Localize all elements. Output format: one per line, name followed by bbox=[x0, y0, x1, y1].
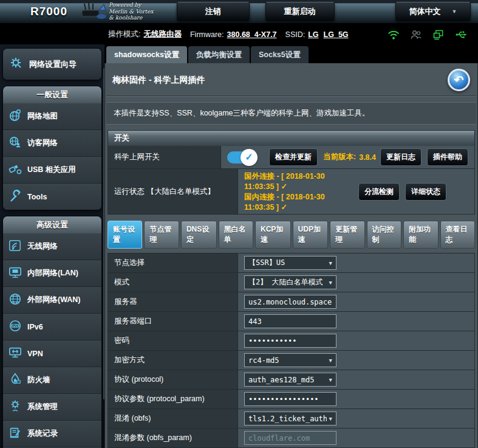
admin-gear-icon bbox=[9, 399, 22, 415]
back-button[interactable]: ↶ bbox=[448, 69, 470, 91]
sidebar-item-quick-setup[interactable]: 网络设置向导 bbox=[3, 49, 101, 80]
ssid-link-1[interactable]: LG bbox=[308, 30, 318, 39]
wireless-icon bbox=[9, 239, 22, 254]
obfs-param-label: 混淆参数 (obfs_param) bbox=[108, 429, 238, 447]
logout-button[interactable]: 注销 bbox=[177, 2, 250, 21]
sidebar-item-ipv6[interactable]: IPV6 IPv6 bbox=[3, 313, 101, 340]
subtab-nodes[interactable]: 节点管理 bbox=[144, 221, 179, 249]
router-admin-screen: R7000 Powered by Merlin & Vortex & kools… bbox=[0, 0, 478, 448]
sidebar-item-label: 防火墙 bbox=[27, 375, 50, 385]
firewall-icon bbox=[9, 373, 22, 388]
sidebar-item-tools[interactable]: Tools bbox=[3, 183, 101, 210]
switch-section-header: 开关 bbox=[108, 130, 475, 146]
sidebar-section-general: 一般设置 bbox=[3, 86, 101, 103]
password-input[interactable] bbox=[244, 334, 336, 348]
server-label: 服务器 bbox=[108, 292, 238, 311]
ssid-link-2[interactable]: LG_5G bbox=[324, 30, 349, 39]
sidebar-item-system-log[interactable]: 系统记录 bbox=[3, 420, 101, 447]
back-arrow-icon: ↶ bbox=[454, 73, 464, 87]
subtab-access-control[interactable]: 访问控制 bbox=[367, 221, 401, 249]
node-select-label: 节点选择 bbox=[108, 253, 238, 272]
obfs-label: 混淆 (obfs) bbox=[108, 409, 238, 428]
server-port-input[interactable] bbox=[244, 314, 336, 328]
subtab-extras[interactable]: 附加功能 bbox=[403, 221, 438, 249]
obfs-param-input[interactable] bbox=[244, 431, 336, 445]
detail-status-button[interactable]: 详细状态 bbox=[405, 183, 446, 201]
wifi-status-icon[interactable] bbox=[388, 29, 400, 40]
sidebar-item-lan[interactable]: 内部网络(LAN) bbox=[3, 260, 101, 286]
sidebar: 网络设置向导 一般设置 网络地图 bbox=[0, 44, 104, 448]
sidebar-item-wan[interactable]: 外部网络(WAN) bbox=[3, 286, 101, 313]
subtab-udp[interactable]: UDP加速 bbox=[293, 221, 329, 249]
table-row: 服务器 bbox=[108, 292, 475, 312]
subtab-blackwhite-list[interactable]: 黑白名单 bbox=[219, 221, 253, 249]
status-foreign: 国外连接 - [ 2018-01-30 11:03:35 ] ✓ bbox=[244, 171, 353, 191]
wrench-icon bbox=[9, 189, 22, 204]
sidebar-item-vpn[interactable]: VPN bbox=[3, 340, 101, 367]
check-update-button[interactable]: 检查并更新 bbox=[269, 148, 318, 166]
subtab-logs[interactable]: 查看日志 bbox=[440, 221, 475, 249]
firmware-link[interactable]: 380.68_4-X7.7 bbox=[227, 30, 277, 39]
reboot-button[interactable]: 重新启动 bbox=[265, 2, 335, 21]
subtab-kcp[interactable]: KCP加速 bbox=[255, 221, 291, 249]
current-version-label: 当前版本: bbox=[323, 152, 356, 162]
node-select[interactable]: 【SSR】US ▼ bbox=[244, 256, 336, 270]
switch-row-label: 科学上网开关 bbox=[108, 146, 221, 168]
protocol-select[interactable]: auth_aes128_md5 ▼ bbox=[244, 373, 336, 387]
table-row: 模式 【2】 大陆白名单模式 ▼ bbox=[108, 273, 475, 292]
usb-apps-icon bbox=[9, 162, 22, 177]
subtab-dns[interactable]: DNS设定 bbox=[181, 221, 217, 249]
subtab-update[interactable]: 更新管理 bbox=[330, 221, 364, 249]
sidebar-item-label: USB 相关应用 bbox=[27, 165, 76, 175]
page-title: 梅林固件 - 科学上网插件 bbox=[112, 75, 205, 86]
tab-load-balance[interactable]: 负载均衡设置 bbox=[188, 46, 250, 63]
divider bbox=[106, 95, 476, 97]
sidebar-item-label: VPN bbox=[27, 350, 43, 358]
current-version-value: 3.8.4 bbox=[359, 153, 376, 162]
subtab-account[interactable]: 账号设置 bbox=[108, 221, 142, 249]
sidebar-item-usb-apps[interactable]: USB 相关应用 bbox=[3, 156, 101, 183]
sidebar-item-firewall[interactable]: 防火墙 bbox=[3, 367, 101, 393]
sidebar-item-administration[interactable]: 系统管理 bbox=[3, 393, 101, 420]
table-row: 密码 bbox=[108, 331, 475, 351]
sidebar-item-wireless[interactable]: 无线网络 bbox=[3, 233, 101, 260]
obfs-select[interactable]: tls1.2_ticket_auth ▼ bbox=[244, 412, 336, 426]
mode-select[interactable]: 【2】 大陆白名单模式 ▼ bbox=[244, 275, 336, 289]
protocol-param-label: 协议参数 (protocol_param) bbox=[108, 390, 238, 408]
protocol-param-input[interactable] bbox=[244, 392, 336, 406]
tab-shadowsocks[interactable]: shadowsocks设置 bbox=[106, 46, 187, 63]
table-row: 科学上网开关 ✓ 检查并更新 当前版本: 3.8.4 更新日志 插件帮助 bbox=[108, 146, 475, 169]
sidebar-item-network-map[interactable]: 网络地图 bbox=[3, 103, 101, 129]
traffic-check-button[interactable]: 分流检测 bbox=[358, 183, 400, 201]
changelog-button[interactable]: 更新日志 bbox=[380, 148, 422, 166]
encrypt-method-label: 加密方式 bbox=[108, 351, 238, 370]
server-input[interactable] bbox=[244, 295, 336, 309]
router-logo-icon bbox=[81, 2, 106, 21]
info-bar: 操作模式: 无线路由器 Firmware: 380.68_4-X7.7 SSID… bbox=[0, 24, 478, 44]
firmware-label: Firmware: bbox=[190, 30, 224, 39]
encrypt-method-select[interactable]: rc4-md5 ▼ bbox=[244, 353, 336, 367]
account-form: 节点选择 【SSR】US ▼ 模式 【2】 大陆白名单模式 ▼ bbox=[108, 253, 475, 448]
chevron-down-icon: ▼ bbox=[452, 9, 457, 15]
sidebar-section-advanced: 高级设置 bbox=[3, 216, 101, 233]
ssid-label: SSID: bbox=[285, 30, 306, 39]
wan-icon bbox=[9, 292, 22, 308]
sidebar-item-guest-network[interactable]: 访客网络 bbox=[3, 129, 101, 156]
usb-icon[interactable] bbox=[455, 30, 468, 40]
language-dropdown[interactable]: 简体中文 ▼ bbox=[395, 2, 471, 21]
op-mode-link[interactable]: 无线路由器 bbox=[143, 29, 182, 40]
tab-socks5[interactable]: Socks5设置 bbox=[251, 46, 309, 63]
protocol-label: 协议 (protocol) bbox=[108, 370, 238, 389]
table-row: 协议 (protocol) auth_aes128_md5 ▼ bbox=[108, 370, 475, 390]
chevron-down-icon: ▼ bbox=[329, 357, 332, 364]
ipv6-icon: IPV6 bbox=[9, 319, 22, 334]
plugin-help-button[interactable]: 插件帮助 bbox=[427, 148, 468, 166]
main-switch-toggle[interactable]: ✓ bbox=[227, 151, 255, 164]
run-status-lines: 国外连接 - [ 2018-01-30 11:03:35 ] ✓ 国内连接 - … bbox=[244, 171, 353, 212]
table-row: 节点选择 【SSR】US ▼ bbox=[108, 253, 475, 273]
clients-icon[interactable] bbox=[410, 29, 422, 40]
tab-bar: shadowsocks设置 负载均衡设置 Socks5设置 bbox=[104, 44, 478, 63]
status-icons bbox=[388, 29, 468, 40]
sidebar-item-label: 无线网络 bbox=[27, 241, 58, 252]
devices-icon[interactable] bbox=[432, 29, 445, 40]
